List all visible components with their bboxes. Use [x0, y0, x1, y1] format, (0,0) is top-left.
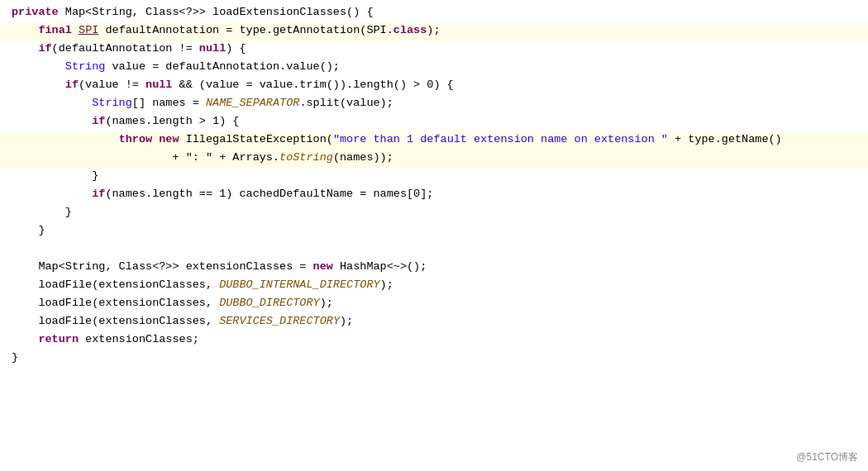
code-line: } [0, 169, 868, 187]
code-line: loadFile(extensionClasses, SERVICES_DIRE… [0, 314, 868, 332]
line-content: String value = defaultAnnotation.value()… [0, 60, 868, 73]
code-line: return extensionClasses; [0, 332, 868, 350]
line-content: Map<String, Class<?>> extensionClasses =… [0, 260, 868, 273]
line-content: } [0, 206, 868, 218]
code-line: + ": " + Arrays.toString(names)); [0, 150, 868, 169]
line-content: } [0, 351, 868, 364]
code-line: Map<String, Class<?>> extensionClasses =… [0, 259, 868, 278]
line-content: final SPI defaultAnnotation = type.getAn… [0, 24, 868, 36]
code-line: } [0, 205, 868, 223]
code-line: String value = defaultAnnotation.value()… [0, 59, 868, 78]
line-content: if(names.length > 1) { [0, 115, 868, 127]
code-line: final SPI defaultAnnotation = type.getAn… [0, 23, 868, 41]
line-content: } [0, 169, 868, 182]
line-content: String[] names = NAME_SEPARATOR.split(va… [0, 97, 868, 109]
line-content [0, 242, 868, 255]
line-content: loadFile(extensionClasses, DUBBO_DIRECTO… [0, 297, 868, 309]
line-content: return extensionClasses; [0, 333, 868, 345]
line-content: loadFile(extensionClasses, SERVICES_DIRE… [0, 315, 868, 327]
code-line: loadFile(extensionClasses, DUBBO_DIRECTO… [0, 296, 868, 314]
line-content: if(value != null && (value = value.trim(… [0, 78, 868, 91]
watermark: @51CTO博客 [796, 450, 858, 464]
line-content: if(defaultAnnotation != null) { [0, 42, 868, 55]
line-content: private Map<String, Class<?>> loadExtens… [0, 6, 868, 18]
code-line: } [0, 350, 868, 369]
line-content: if(names.length == 1) cachedDefaultName … [0, 188, 868, 200]
code-line: if(names.length == 1) cachedDefaultName … [0, 187, 868, 205]
line-content: + ": " + Arrays.toString(names)); [0, 151, 868, 164]
code-line: throw new IllegalStateException("more th… [0, 132, 868, 150]
code-line: String[] names = NAME_SEPARATOR.split(va… [0, 96, 868, 114]
line-content: loadFile(extensionClasses, DUBBO_INTERNA… [0, 278, 868, 291]
code-line: if(names.length > 1) { [0, 114, 868, 132]
line-content: } [0, 224, 868, 236]
code-line: private Map<String, Class<?>> loadExtens… [0, 5, 868, 23]
code-line: if(defaultAnnotation != null) { [0, 41, 868, 59]
code-line: loadFile(extensionClasses, DUBBO_INTERNA… [0, 278, 868, 296]
code-line: if(value != null && (value = value.trim(… [0, 78, 868, 96]
line-content: throw new IllegalStateException("more th… [0, 133, 868, 145]
code-line [0, 241, 868, 259]
code-container: private Map<String, Class<?>> loadExtens… [0, 0, 868, 471]
code-line: } [0, 223, 868, 241]
